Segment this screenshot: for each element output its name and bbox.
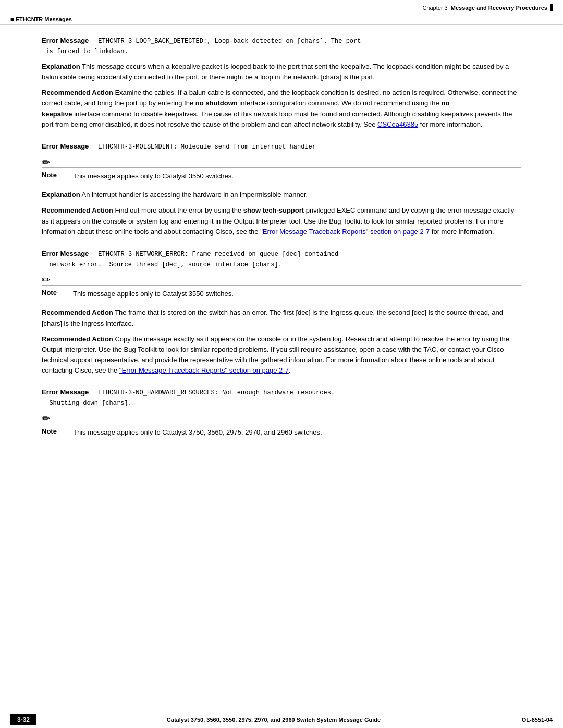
note-3: ✏︎ Note This message applies only to Cat… — [42, 413, 521, 440]
link-traceback-1[interactable]: "Error Message Traceback Reports" sectio… — [260, 228, 430, 236]
explanation-1: Explanation This message occurs when a k… — [42, 61, 521, 82]
page-footer: 3-32 Catalyst 3750, 3560, 3550, 2975, 29… — [0, 711, 563, 728]
footer-center-text: Catalyst 3750, 3560, 3550, 2975, 2970, a… — [36, 717, 511, 723]
note-icon-row-2: ✏︎ — [42, 275, 521, 285]
em-label-2: Error Message — [42, 142, 89, 150]
note-body-1: Note This message applies only to Cataly… — [42, 169, 521, 184]
link-csc[interactable]: CSCea46385 — [377, 120, 418, 128]
note-text-2: This message applies only to Catalyst 35… — [73, 289, 234, 299]
em-code-2: ETHCNTR-3-MOLSENDINT: Molecule send from… — [91, 143, 316, 151]
rec-action-3a: Recommended Action The frame that is sto… — [42, 307, 521, 328]
error-message-1: Error Message ETHCNTR-3-LOOP_BACK_DETECT… — [42, 35, 521, 56]
note-1: ✏︎ Note This message applies only to Cat… — [42, 157, 521, 184]
header-title: Message and Recovery Procedures — [451, 5, 547, 11]
header-right: Chapter 3 Message and Recovery Procedure… — [422, 4, 553, 11]
error-message-4: Error Message ETHCNTR-3-NO_HARDWARE_RESO… — [42, 387, 521, 408]
note-label-2: Note — [42, 289, 69, 297]
note-divider-1 — [42, 167, 521, 168]
note-divider-3 — [42, 424, 521, 424]
note-text-3: This message applies only to Catalyst 37… — [73, 427, 322, 438]
note-icon-2: ✏︎ — [42, 275, 51, 285]
note-label-3: Note — [42, 427, 69, 435]
em-label-3: Error Message — [42, 250, 89, 257]
em-label-1: Error Message — [42, 36, 89, 44]
block-no-hardware: Error Message ETHCNTR-3-NO_HARDWARE_RESO… — [42, 387, 521, 440]
note-2: ✏︎ Note This message applies only to Cat… — [42, 275, 521, 302]
note-icon-1: ✏︎ — [42, 157, 51, 167]
explanation-2: Explanation An interrupt handler is acce… — [42, 190, 521, 200]
block-loop-back: Error Message ETHCNTR-3-LOOP_BACK_DETECT… — [42, 35, 521, 130]
block-molsendint: Error Message ETHCNTR-3-MOLSENDINT: Mole… — [42, 141, 521, 237]
chapter-number: Chapter 3 — [422, 5, 447, 11]
page-number: 3-32 — [10, 714, 36, 725]
section-label: ETHCNTR Messages — [0, 14, 563, 25]
header-bar — [550, 4, 553, 11]
note-label-1: Note — [42, 171, 69, 179]
note-text-1: This message applies only to Catalyst 35… — [73, 171, 234, 181]
footer-doc-number: OL-8551-04 — [511, 717, 553, 723]
note-body-2: Note This message applies only to Cataly… — [42, 287, 521, 302]
note-divider-2 — [42, 285, 521, 286]
note-body-3: Note This message applies only to Cataly… — [42, 425, 521, 440]
note-icon-3: ✏︎ — [42, 413, 51, 424]
error-message-3: Error Message ETHCNTR-3-NETWORK_ERROR: F… — [42, 249, 521, 269]
link-traceback-2[interactable]: "Error Message Traceback Reports" sectio… — [119, 366, 289, 374]
main-content: Error Message ETHCNTR-3-LOOP_BACK_DETECT… — [0, 25, 563, 483]
note-icon-row-3: ✏︎ — [42, 413, 521, 424]
note-icon-row-1: ✏︎ — [42, 157, 521, 167]
em-label-4: Error Message — [42, 388, 89, 396]
page-header: Chapter 3 Message and Recovery Procedure… — [0, 0, 563, 14]
em-code-1: ETHCNTR-3-LOOP_BACK_DETECTED:, Loop-back… — [42, 38, 361, 55]
rec-action-3b: Recommended Action Copy the message exac… — [42, 334, 521, 376]
block-network-error: Error Message ETHCNTR-3-NETWORK_ERROR: F… — [42, 249, 521, 376]
rec-action-1: Recommended Action Examine the cables. I… — [42, 88, 521, 130]
rec-action-2: Recommended Action Find out more about t… — [42, 205, 521, 237]
error-message-2: Error Message ETHCNTR-3-MOLSENDINT: Mole… — [42, 141, 521, 152]
